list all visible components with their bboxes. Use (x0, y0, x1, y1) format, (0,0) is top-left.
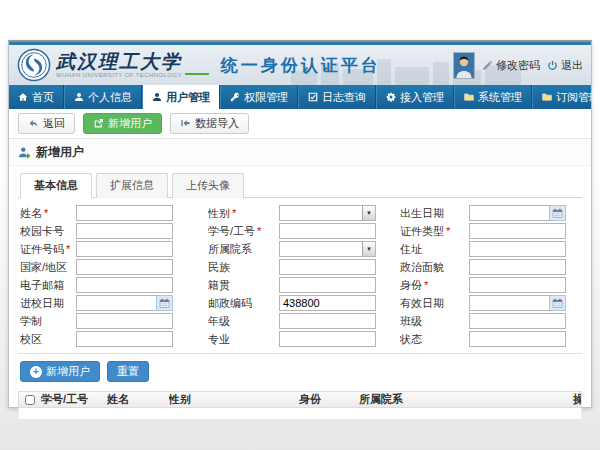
nav-tab-subscription-management[interactable]: 订阅管理 (532, 85, 600, 109)
id-type-input[interactable] (469, 223, 566, 239)
campus-card-no-input[interactable] (76, 223, 173, 239)
nav-tab-label: 权限管理 (244, 90, 288, 105)
email-label: 电子邮箱 (20, 278, 76, 293)
field-student-id: 学号/工号* (208, 223, 400, 239)
user-table: 学号/工号姓名性别身份所属院系操作 (18, 391, 582, 420)
field-department: 所属院系▼ (208, 241, 400, 257)
calendar-icon (159, 298, 170, 309)
major-input[interactable] (279, 331, 376, 347)
field-id-number: 证件号码* (20, 241, 208, 257)
ethnicity-input[interactable] (279, 259, 376, 275)
nav-tab-permission-management[interactable]: 权限管理 (220, 85, 298, 109)
select-all-cell (19, 395, 41, 405)
field-class: 班级 (400, 313, 580, 329)
nav-tab-system-management[interactable]: 系统管理 (454, 85, 532, 109)
field-campus: 校区 (20, 331, 208, 347)
enroll-date-input[interactable] (76, 295, 156, 311)
grade-input[interactable] (279, 313, 376, 329)
tab-basic-info[interactable]: 基本信息 (20, 173, 92, 198)
export-page-icon (93, 118, 104, 129)
tab-extended-info[interactable]: 扩展信息 (96, 173, 168, 198)
plus-icon: + (30, 366, 42, 378)
name-input[interactable] (76, 205, 173, 221)
enroll-date-label: 进校日期 (20, 296, 76, 311)
required-asterisk: * (446, 225, 450, 237)
chevron-down-icon[interactable]: ▼ (362, 242, 375, 256)
form-row: 姓名*性别*▼出生日期 (20, 205, 580, 221)
required-asterisk: * (232, 207, 236, 219)
nav-tab-log-query[interactable]: 日志查询 (298, 85, 376, 109)
nav-tab-access-management[interactable]: 接入管理 (376, 85, 454, 109)
reset-button-label: 重置 (117, 364, 139, 379)
enroll-date-field (76, 295, 173, 311)
nav-tab-label: 系统管理 (478, 90, 522, 105)
student-id-label: 学号/工号* (208, 224, 279, 239)
email-input[interactable] (76, 277, 173, 293)
identity-label: 身份* (400, 278, 469, 293)
nav-tab-user-management[interactable]: 用户管理 (142, 85, 220, 109)
add-user-toolbar-label: 新增用户 (108, 116, 152, 131)
nav-tab-profile[interactable]: 个人信息 (64, 85, 142, 109)
birth-date-input[interactable] (469, 205, 549, 221)
submit-add-user-button[interactable]: + 新增用户 (20, 361, 100, 382)
app-window: 武汉理工大学 WUHAN UNIVERSITY OF TECHNOLOGY 统一… (8, 40, 592, 408)
change-password-link[interactable]: 修改密码 (482, 58, 540, 73)
back-arrow-icon (28, 118, 39, 129)
key-icon (230, 92, 240, 102)
field-grade: 年级 (208, 313, 400, 329)
platform-title: 统一身份认证平台 (221, 54, 381, 77)
form-row: 电子邮箱籍贯身份* (20, 277, 580, 293)
valid-date-calendar-button[interactable] (549, 295, 566, 311)
add-user-toolbar-button[interactable]: 新增用户 (83, 113, 162, 134)
birth-date-calendar-button[interactable] (549, 205, 566, 221)
log-icon (308, 92, 318, 102)
gender-select[interactable]: ▼ (279, 205, 376, 221)
enroll-date-calendar-button[interactable] (156, 295, 173, 311)
import-arrow-icon (180, 118, 191, 129)
user-avatar[interactable] (453, 52, 475, 79)
school-system-input[interactable] (76, 313, 173, 329)
gender-label: 性别* (208, 206, 279, 221)
table-column-header: 操作 (573, 392, 581, 407)
political-status-input[interactable] (469, 259, 566, 275)
class-input[interactable] (469, 313, 566, 329)
university-logo-icon (17, 48, 51, 82)
tab-upload-avatar[interactable]: 上传头像 (172, 173, 244, 198)
field-identity: 身份* (400, 277, 580, 293)
data-import-label: 数据导入 (195, 116, 239, 131)
table-column-header: 所属院系 (359, 392, 573, 407)
nav-tab-label: 日志查询 (322, 90, 366, 105)
status-label: 状态 (400, 332, 469, 347)
table-column-header: 身份 (299, 392, 359, 407)
table-column-header: 学号/工号 (41, 392, 107, 407)
main-content: 基本信息扩展信息上传头像 姓名*性别*▼出生日期校园卡号学号/工号*证件类型*证… (9, 166, 591, 420)
status-input[interactable] (469, 331, 566, 347)
id-number-input[interactable] (76, 241, 173, 257)
back-button[interactable]: 返回 (18, 113, 75, 134)
table-column-header: 性别 (169, 392, 299, 407)
change-password-label: 修改密码 (496, 58, 540, 73)
data-import-button[interactable]: 数据导入 (170, 113, 249, 134)
department-select[interactable]: ▼ (279, 241, 376, 257)
grade-label: 年级 (208, 314, 279, 329)
political-status-label: 政治面貌 (400, 260, 469, 275)
valid-date-input[interactable] (469, 295, 549, 311)
table-empty-row (18, 408, 582, 420)
campus-input[interactable] (76, 331, 173, 347)
country-region-input[interactable] (76, 259, 173, 275)
required-asterisk: * (66, 243, 70, 255)
native-place-input[interactable] (279, 277, 376, 293)
required-asterisk: * (44, 207, 48, 219)
main-nav: 首页个人信息用户管理权限管理日志查询接入管理系统管理订阅管理 (9, 85, 591, 109)
reset-button[interactable]: 重置 (107, 361, 149, 382)
student-id-input[interactable] (279, 223, 376, 239)
nav-tab-label: 首页 (32, 90, 54, 105)
postal-code-input[interactable] (279, 295, 376, 311)
identity-input[interactable] (469, 277, 566, 293)
select-all-checkbox[interactable] (25, 395, 35, 405)
nav-tab-home[interactable]: 首页 (9, 85, 64, 109)
logout-link[interactable]: 退出 (547, 58, 583, 73)
chevron-down-icon[interactable]: ▼ (362, 206, 375, 220)
address-input[interactable] (469, 241, 566, 257)
section-header: 新增用户 (9, 139, 591, 166)
